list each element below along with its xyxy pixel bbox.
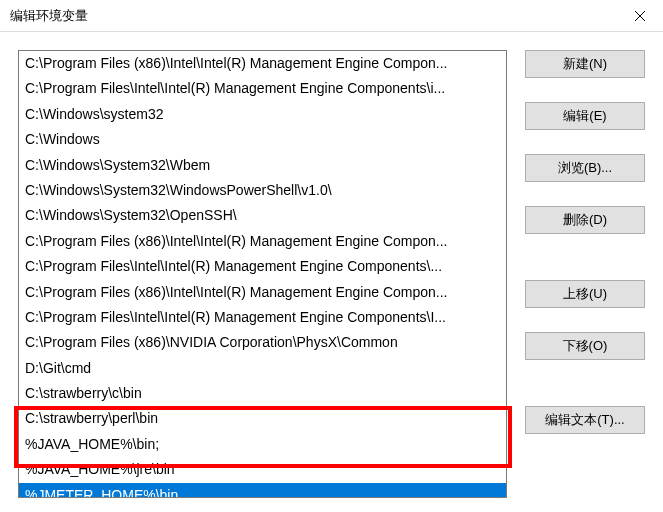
list-item[interactable]: C:\Program Files (x86)\Intel\Intel(R) Ma… <box>19 280 506 305</box>
list-item[interactable]: C:\Windows <box>19 127 506 152</box>
move-up-button[interactable]: 上移(U) <box>525 280 645 308</box>
list-item[interactable]: %JAVA_HOME%\bin; <box>19 432 506 457</box>
new-button[interactable]: 新建(N) <box>525 50 645 78</box>
list-item[interactable]: C:\strawberry\c\bin <box>19 381 506 406</box>
list-item[interactable]: D:\Git\cmd <box>19 356 506 381</box>
list-wrap: C:\Program Files (x86)\Intel\Intel(R) Ma… <box>18 50 507 512</box>
list-item[interactable]: %JAVA_HOME%\jre\bin <box>19 457 506 482</box>
list-item[interactable]: C:\Program Files (x86)\NVIDIA Corporatio… <box>19 330 506 355</box>
move-down-button[interactable]: 下移(O) <box>525 332 645 360</box>
list-item[interactable]: C:\strawberry\perl\bin <box>19 406 506 431</box>
list-item[interactable]: C:\Windows\System32\Wbem <box>19 153 506 178</box>
list-item[interactable]: C:\Windows\System32\WindowsPowerShell\v1… <box>19 178 506 203</box>
browse-button[interactable]: 浏览(B)... <box>525 154 645 182</box>
list-item[interactable]: %JMETER_HOME%\bin <box>19 483 506 498</box>
close-button[interactable] <box>617 0 663 32</box>
list-item[interactable]: C:\Windows\system32 <box>19 102 506 127</box>
window-title: 编辑环境变量 <box>10 7 88 25</box>
list-item[interactable]: C:\Program Files\Intel\Intel(R) Manageme… <box>19 305 506 330</box>
list-item[interactable]: C:\Program Files\Intel\Intel(R) Manageme… <box>19 76 506 101</box>
path-listbox[interactable]: C:\Program Files (x86)\Intel\Intel(R) Ma… <box>18 50 507 498</box>
list-item[interactable]: C:\Program Files (x86)\Intel\Intel(R) Ma… <box>19 229 506 254</box>
edit-button[interactable]: 编辑(E) <box>525 102 645 130</box>
list-item[interactable]: C:\Program Files\Intel\Intel(R) Manageme… <box>19 254 506 279</box>
delete-button[interactable]: 删除(D) <box>525 206 645 234</box>
close-icon <box>635 11 645 21</box>
content-area: C:\Program Files (x86)\Intel\Intel(R) Ma… <box>0 32 663 512</box>
button-column: 新建(N) 编辑(E) 浏览(B)... 删除(D) 上移(U) 下移(O) 编… <box>525 50 645 512</box>
list-item[interactable]: C:\Windows\System32\OpenSSH\ <box>19 203 506 228</box>
list-item[interactable]: C:\Program Files (x86)\Intel\Intel(R) Ma… <box>19 51 506 76</box>
edit-text-button[interactable]: 编辑文本(T)... <box>525 406 645 434</box>
titlebar: 编辑环境变量 <box>0 0 663 32</box>
